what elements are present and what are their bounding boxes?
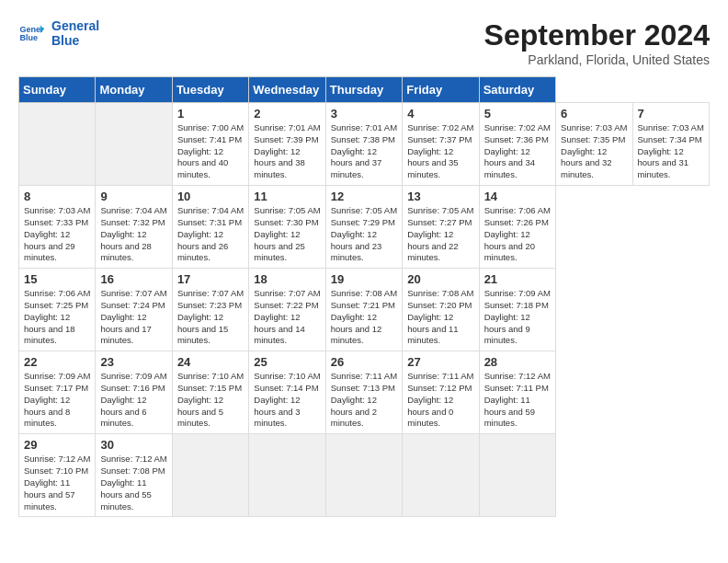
day-number: 15	[24, 272, 90, 286]
day-info: Sunrise: 7:10 AMSunset: 7:14 PMDaylight:…	[254, 371, 320, 430]
calendar-day-cell: 8Sunrise: 7:03 AMSunset: 7:33 PMDaylight…	[19, 186, 96, 269]
weekday-header-tuesday: Tuesday	[172, 77, 248, 103]
calendar-day-cell	[403, 434, 479, 517]
day-number: 18	[254, 272, 320, 286]
day-info: Sunrise: 7:09 AMSunset: 7:17 PMDaylight:…	[24, 371, 90, 430]
day-number: 24	[177, 355, 244, 369]
calendar-day-cell	[249, 434, 325, 517]
day-info: Sunrise: 7:08 AMSunset: 7:20 PMDaylight:…	[407, 288, 473, 347]
calendar-week-row: 8Sunrise: 7:03 AMSunset: 7:33 PMDaylight…	[19, 186, 710, 269]
day-info: Sunrise: 7:06 AMSunset: 7:25 PMDaylight:…	[24, 288, 90, 347]
day-info: Sunrise: 7:01 AMSunset: 7:38 PMDaylight:…	[331, 122, 397, 181]
weekday-header-friday: Friday	[403, 77, 479, 103]
calendar-day-cell: 11Sunrise: 7:05 AMSunset: 7:30 PMDayligh…	[249, 186, 325, 269]
day-number: 16	[100, 272, 166, 286]
day-info: Sunrise: 7:09 AMSunset: 7:16 PMDaylight:…	[100, 371, 166, 430]
calendar-day-cell: 14Sunrise: 7:06 AMSunset: 7:26 PMDayligh…	[479, 186, 555, 269]
day-number: 21	[484, 272, 551, 286]
calendar-day-cell: 16Sunrise: 7:07 AMSunset: 7:24 PMDayligh…	[96, 269, 172, 351]
calendar-header-row: SundayMondayTuesdayWednesdayThursdayFrid…	[19, 77, 710, 103]
calendar-week-row: 22Sunrise: 7:09 AMSunset: 7:17 PMDayligh…	[19, 351, 710, 434]
page-header: General Blue General Blue September 2024…	[18, 18, 710, 67]
calendar-day-cell: 25Sunrise: 7:10 AMSunset: 7:14 PMDayligh…	[249, 351, 325, 434]
day-number: 4	[407, 107, 473, 121]
day-number: 3	[331, 107, 397, 121]
day-info: Sunrise: 7:05 AMSunset: 7:27 PMDaylight:…	[407, 205, 473, 264]
calendar-day-cell: 26Sunrise: 7:11 AMSunset: 7:13 PMDayligh…	[325, 351, 402, 434]
day-info: Sunrise: 7:12 AMSunset: 7:11 PMDaylight:…	[484, 371, 551, 430]
day-number: 11	[254, 190, 320, 203]
day-number: 1	[177, 107, 244, 121]
day-number: 19	[331, 272, 397, 286]
day-number: 7	[638, 107, 705, 121]
calendar-day-cell: 12Sunrise: 7:05 AMSunset: 7:29 PMDayligh…	[325, 186, 402, 269]
calendar-day-cell: 28Sunrise: 7:12 AMSunset: 7:11 PMDayligh…	[479, 351, 555, 434]
day-info: Sunrise: 7:08 AMSunset: 7:21 PMDaylight:…	[331, 288, 397, 347]
day-info: Sunrise: 7:07 AMSunset: 7:24 PMDaylight:…	[100, 288, 166, 347]
calendar-day-cell: 7Sunrise: 7:03 AMSunset: 7:34 PMDaylight…	[632, 103, 710, 186]
day-number: 12	[331, 190, 397, 203]
day-number: 20	[407, 272, 473, 286]
calendar-week-row: 15Sunrise: 7:06 AMSunset: 7:25 PMDayligh…	[19, 269, 710, 351]
calendar-day-cell: 30Sunrise: 7:12 AMSunset: 7:08 PMDayligh…	[96, 434, 172, 517]
day-number: 2	[254, 107, 320, 121]
title-section: September 2024 Parkland, Florida, United…	[484, 18, 710, 67]
logo: General Blue General Blue	[18, 18, 99, 48]
calendar-day-cell: 6Sunrise: 7:03 AMSunset: 7:35 PMDaylight…	[556, 103, 632, 186]
day-info: Sunrise: 7:11 AMSunset: 7:12 PMDaylight:…	[407, 371, 473, 430]
calendar-day-cell: 27Sunrise: 7:11 AMSunset: 7:12 PMDayligh…	[403, 351, 479, 434]
calendar-day-cell: 17Sunrise: 7:07 AMSunset: 7:23 PMDayligh…	[172, 269, 248, 351]
day-info: Sunrise: 7:04 AMSunset: 7:32 PMDaylight:…	[100, 205, 166, 264]
calendar-day-cell: 2Sunrise: 7:01 AMSunset: 7:39 PMDaylight…	[249, 103, 325, 186]
day-info: Sunrise: 7:03 AMSunset: 7:34 PMDaylight:…	[638, 122, 705, 181]
calendar-day-cell: 3Sunrise: 7:01 AMSunset: 7:38 PMDaylight…	[325, 103, 402, 186]
day-info: Sunrise: 7:03 AMSunset: 7:35 PMDaylight:…	[561, 122, 627, 181]
day-number: 22	[24, 355, 90, 369]
weekday-header-thursday: Thursday	[325, 77, 402, 103]
calendar-day-cell: 24Sunrise: 7:10 AMSunset: 7:15 PMDayligh…	[172, 351, 248, 434]
calendar-day-cell	[172, 434, 248, 517]
calendar-day-cell: 9Sunrise: 7:04 AMSunset: 7:32 PMDaylight…	[96, 186, 172, 269]
calendar-day-cell: 19Sunrise: 7:08 AMSunset: 7:21 PMDayligh…	[325, 269, 402, 351]
logo-text-line2: Blue	[51, 33, 99, 48]
calendar-day-cell: 22Sunrise: 7:09 AMSunset: 7:17 PMDayligh…	[19, 351, 96, 434]
calendar-day-cell: 5Sunrise: 7:02 AMSunset: 7:36 PMDaylight…	[479, 103, 555, 186]
day-info: Sunrise: 7:11 AMSunset: 7:13 PMDaylight:…	[331, 371, 397, 430]
day-number: 8	[24, 190, 90, 203]
calendar-day-cell: 13Sunrise: 7:05 AMSunset: 7:27 PMDayligh…	[403, 186, 479, 269]
calendar-day-cell: 10Sunrise: 7:04 AMSunset: 7:31 PMDayligh…	[172, 186, 248, 269]
day-number: 13	[407, 190, 473, 203]
day-info: Sunrise: 7:04 AMSunset: 7:31 PMDaylight:…	[177, 205, 244, 264]
day-info: Sunrise: 7:02 AMSunset: 7:37 PMDaylight:…	[407, 122, 473, 181]
month-title: September 2024	[484, 18, 710, 52]
day-info: Sunrise: 7:00 AMSunset: 7:41 PMDaylight:…	[177, 122, 244, 181]
calendar-day-cell: 4Sunrise: 7:02 AMSunset: 7:37 PMDaylight…	[403, 103, 479, 186]
day-number: 28	[484, 355, 551, 369]
weekday-header-saturday: Saturday	[479, 77, 555, 103]
day-info: Sunrise: 7:01 AMSunset: 7:39 PMDaylight:…	[254, 122, 320, 181]
logo-text-line1: General	[51, 18, 99, 33]
calendar-day-cell	[19, 103, 96, 186]
day-number: 5	[484, 107, 551, 121]
svg-text:Blue: Blue	[19, 33, 38, 42]
weekday-header-sunday: Sunday	[19, 77, 96, 103]
day-info: Sunrise: 7:09 AMSunset: 7:18 PMDaylight:…	[484, 288, 551, 347]
calendar-day-cell: 21Sunrise: 7:09 AMSunset: 7:18 PMDayligh…	[479, 269, 555, 351]
calendar-week-row: 29Sunrise: 7:12 AMSunset: 7:10 PMDayligh…	[19, 434, 710, 517]
calendar-day-cell: 15Sunrise: 7:06 AMSunset: 7:25 PMDayligh…	[19, 269, 96, 351]
day-info: Sunrise: 7:06 AMSunset: 7:26 PMDaylight:…	[484, 205, 551, 264]
calendar-day-cell: 20Sunrise: 7:08 AMSunset: 7:20 PMDayligh…	[403, 269, 479, 351]
day-number: 17	[177, 272, 244, 286]
day-info: Sunrise: 7:07 AMSunset: 7:23 PMDaylight:…	[177, 288, 244, 347]
calendar-week-row: 1Sunrise: 7:00 AMSunset: 7:41 PMDaylight…	[19, 103, 710, 186]
calendar-day-cell	[325, 434, 402, 517]
calendar-day-cell	[479, 434, 555, 517]
day-number: 25	[254, 355, 320, 369]
day-number: 30	[100, 438, 166, 452]
day-info: Sunrise: 7:10 AMSunset: 7:15 PMDaylight:…	[177, 371, 244, 430]
day-info: Sunrise: 7:12 AMSunset: 7:10 PMDaylight:…	[24, 454, 90, 512]
calendar-day-cell: 1Sunrise: 7:00 AMSunset: 7:41 PMDaylight…	[172, 103, 248, 186]
calendar-day-cell	[96, 103, 172, 186]
logo-icon: General Blue	[18, 20, 44, 46]
day-number: 26	[331, 355, 397, 369]
